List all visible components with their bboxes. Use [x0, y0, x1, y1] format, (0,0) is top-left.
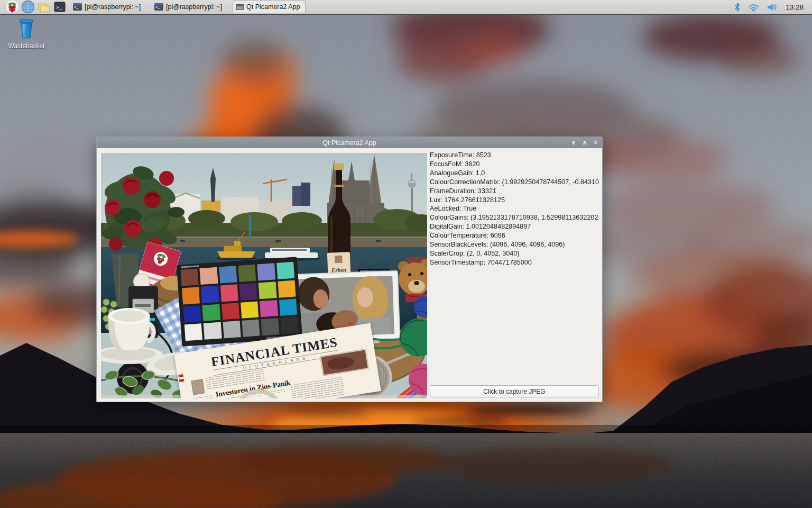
trash-bin-icon	[18, 19, 35, 39]
colorchecker-patch	[239, 283, 257, 300]
colorchecker-patch	[182, 287, 200, 304]
capture-jpeg-button[interactable]: Click to capture JPEG	[430, 385, 599, 397]
svg-text:>_: >_	[56, 5, 62, 10]
picamera2-window: Qt Picamera2 App ∨ ∧ ×	[96, 137, 603, 402]
metadata-line: AnalogueGain: 1.0	[430, 169, 600, 178]
colorchecker-patch	[200, 267, 218, 285]
colorchecker-patch	[257, 263, 275, 280]
colorchecker-patch	[222, 303, 239, 320]
colorchecker-patch	[204, 322, 222, 340]
metadata-panel: ExposureTime: 8523 FocusFoM: 3620 Analog…	[430, 151, 600, 378]
colorchecker-patch	[220, 284, 238, 302]
taskbar-window-label: Qt Picamera2 App	[246, 3, 300, 11]
file-manager-folders-icon[interactable]	[36, 0, 52, 14]
colorchecker-patch	[184, 323, 202, 341]
terminal-icon[interactable]: >_	[52, 0, 68, 14]
colorchecker-patch	[278, 280, 296, 297]
colorchecker-patch	[280, 317, 298, 334]
wifi-icon[interactable]	[748, 3, 759, 12]
window-icon	[236, 4, 244, 10]
metadata-line: AeLocked: True	[430, 204, 600, 213]
maximize-button[interactable]: ∧	[583, 140, 587, 146]
colorchecker-patch	[238, 265, 256, 282]
desktop: >_ [pi@raspberrypi: ~] [pi@raspberrypi: …	[0, 0, 812, 508]
taskbar: >_ [pi@raspberrypi: ~] [pi@raspberrypi: …	[0, 0, 812, 15]
colorchecker-patch	[260, 300, 278, 318]
metadata-line: ColourGains: (3.1952133178710938, 1.5299…	[430, 213, 600, 222]
metadata-line: SensorTimestamp: 704471785000	[430, 258, 600, 267]
metadata-line: ColourCorrectionMatrix: (1.9929250478744…	[430, 178, 600, 187]
metadata-line: FrameDuration: 33321	[430, 187, 600, 196]
taskbar-window-terminal-2[interactable]: [pi@raspberrypi: ~]	[151, 1, 230, 13]
colorchecker-patch	[201, 286, 219, 303]
taskbar-window-label: [pi@raspberrypi: ~]	[85, 3, 141, 11]
window-titlebar[interactable]: Qt Picamera2 App ∨ ∧ ×	[97, 137, 602, 148]
colorchecker-patch	[223, 321, 241, 338]
window-title: Qt Picamera2 App	[322, 139, 376, 147]
camera-preview: Erben	[101, 153, 427, 398]
terminal-icon	[154, 3, 163, 11]
wastebasket-icon[interactable]: Wastebasket	[6, 19, 47, 50]
metadata-line: ScalerCrop: (2, 0, 4052, 3040)	[430, 249, 600, 258]
colorchecker-patch	[276, 262, 294, 279]
colorchecker-patch	[259, 282, 276, 299]
colorchecker-patch	[183, 305, 201, 323]
taskbar-window-terminal-1[interactable]: [pi@raspberrypi: ~]	[70, 1, 149, 13]
colorchecker-patch	[181, 268, 199, 286]
taskbar-window-picamera2[interactable]: Qt Picamera2 App	[233, 1, 306, 13]
terminal-icon	[73, 3, 82, 11]
taskbar-window-label: [pi@raspberrypi: ~]	[166, 3, 222, 11]
close-button[interactable]: ×	[594, 140, 597, 146]
newspaper-portrait	[191, 379, 205, 395]
blue-mast	[249, 215, 251, 240]
minimize-button[interactable]: ∨	[571, 140, 575, 146]
colorchecker-patch	[261, 318, 279, 335]
metadata-line: FocusFoM: 3620	[430, 160, 600, 169]
metadata-line: DigitalGain: 1.0012048482894897	[430, 222, 600, 231]
colorchecker-patch	[279, 298, 297, 316]
color-checker-chart	[177, 257, 302, 347]
colorchecker-patch	[241, 301, 259, 319]
clock[interactable]: 13:28	[786, 3, 804, 11]
raspberry-menu-icon[interactable]	[4, 0, 20, 14]
colorchecker-patch	[219, 266, 237, 283]
colorchecker-patch	[242, 320, 260, 337]
metadata-line: ColourTemperature: 6096	[430, 231, 600, 240]
system-tray: 13:28	[734, 3, 808, 12]
metadata-line: Lux: 1764.276611328125	[430, 196, 600, 205]
wastebasket-label: Wastebasket	[6, 42, 47, 50]
colorchecker-patch	[202, 304, 220, 321]
web-browser-globe-icon[interactable]	[20, 0, 36, 14]
bluetooth-icon[interactable]	[734, 3, 741, 12]
volume-icon[interactable]	[767, 3, 778, 12]
metadata-line: SensorBlackLevels: (4096, 4096, 4096, 40…	[430, 240, 600, 249]
metadata-line: ExposureTime: 8523	[430, 151, 600, 160]
